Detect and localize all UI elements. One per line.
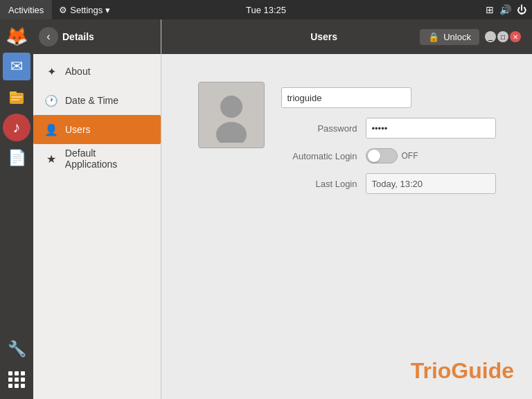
auto-login-toggle[interactable] [366,148,398,163]
maximize-button[interactable]: □ [497,31,508,42]
panel-title: Details [62,31,94,42]
settings-panel-header: ‹ Details [33,19,161,54]
volume-icon[interactable]: 🔊 [499,4,511,15]
sidebar-item-users-label: Users [65,124,91,135]
users-icon: 👤 [44,123,58,136]
settings-panel: ‹ Details ✦ About 🕐 Date & Time 👤 Users … [33,19,161,399]
files-icon [7,87,26,107]
close-button[interactable]: ✕ [510,31,521,42]
header-right: 🔒 Unlock ⎯ □ ✕ [420,29,521,45]
last-login-input [366,173,496,194]
content-area: Users 🔒 Unlock ⎯ □ ✕ [161,19,532,399]
settings-menu-label: Settings [70,5,103,15]
password-input[interactable] [366,118,496,139]
auto-login-label: Automatic Login [281,151,357,161]
unlock-button[interactable]: 🔒 Unlock [420,29,479,45]
avatar-area: Password Automatic Login OFF [198,82,496,194]
avatar-image [204,87,259,143]
app-grid-button[interactable] [3,366,30,393]
sidebar-item-datetime-label: Date & Time [65,95,118,106]
svg-rect-1 [10,91,17,95]
default-apps-icon: ★ [44,152,58,166]
topbar-right: ⊞ 🔊 ⏻ [486,4,532,15]
sidebar-item-default-apps-label: Default Applications [65,148,150,170]
unlock-label: Unlock [443,32,471,42]
grid-icon [8,371,25,388]
sidebar-item-about-label: About [65,66,91,77]
clock-display: Tue 13:25 [246,5,286,15]
password-row: Password [281,118,496,139]
network-icon[interactable]: ⊞ [486,4,494,15]
back-button[interactable]: ‹ [39,27,58,46]
svg-rect-3 [11,99,19,100]
dock-audio[interactable]: ♪ [3,114,30,141]
settings-gear-icon: ⚙ [59,5,67,15]
dock-writer[interactable]: 📄 [3,144,30,172]
lock-icon: 🔒 [428,32,439,42]
content-header: Users 🔒 Unlock ⎯ □ ✕ [161,19,532,54]
last-login-label: Last Login [281,179,357,189]
sidebar-item-users[interactable]: 👤 Users [33,115,161,144]
power-icon[interactable]: ⏻ [517,4,526,15]
sidebar-item-datetime[interactable]: 🕐 Date & Time [33,86,161,115]
profile-section: Password Automatic Login OFF [161,54,532,365]
svg-rect-2 [11,96,22,98]
auto-login-state: OFF [402,151,418,161]
about-icon: ✦ [44,65,58,78]
settings-caret-icon: ▾ [105,5,110,15]
dock-email[interactable]: ✉ [3,53,30,80]
window-controls: ⎯ □ ✕ [485,31,521,42]
username-row [281,87,496,108]
user-fields: Password Automatic Login OFF [281,82,496,194]
last-login-row: Last Login [281,173,496,194]
sidebar-item-about[interactable]: ✦ About [33,57,161,86]
dock-tools[interactable]: 🔧 [3,335,30,363]
svg-point-5 [220,96,242,118]
watermark: TrioGuide [154,358,525,392]
sidebar-item-default-apps[interactable]: ★ Default Applications [33,144,161,173]
avatar[interactable] [198,82,265,148]
dock: 🦊 ✉ ♪ 📄 🔧 [0,19,33,399]
content-title: Users [310,31,337,42]
nav-items: ✦ About 🕐 Date & Time 👤 Users ★ Default … [33,54,161,173]
minimize-button[interactable]: ⎯ [485,31,496,42]
dock-files[interactable] [3,83,30,111]
topbar-left: Activities ⚙ Settings ▾ [0,0,117,19]
toggle-knob [368,150,380,162]
datetime-icon: 🕐 [44,94,58,107]
auto-login-row: Automatic Login OFF [281,148,496,163]
settings-menu-button[interactable]: ⚙ Settings ▾ [52,0,117,19]
topbar: Activities ⚙ Settings ▾ Tue 13:25 ⊞ 🔊 ⏻ [0,0,532,19]
activities-button[interactable]: Activities [0,0,52,19]
password-label: Password [281,123,357,134]
main-area: 🦊 ✉ ♪ 📄 🔧 ‹ Details [0,19,532,399]
auto-login-toggle-area: OFF [366,148,418,163]
username-input[interactable] [281,87,411,108]
dock-firefox[interactable]: 🦊 [3,22,30,50]
